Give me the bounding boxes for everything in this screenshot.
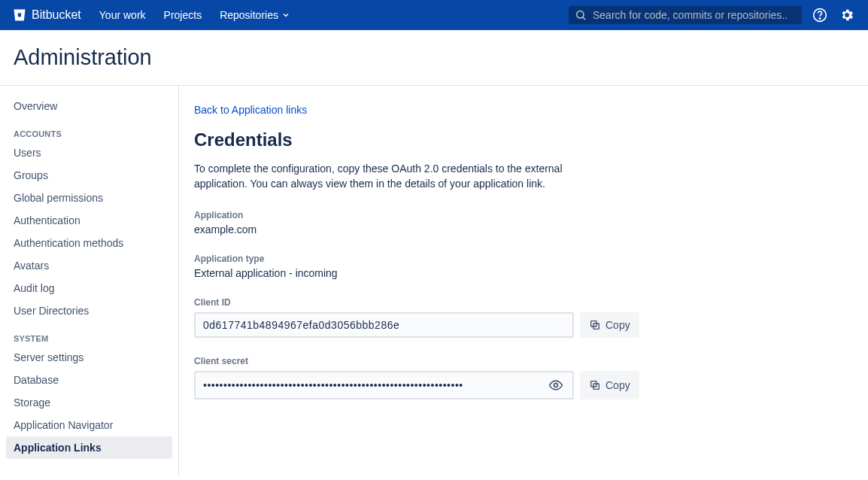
sidebar-item-audit-log[interactable]: Audit log [6, 277, 172, 299]
copy-icon [589, 319, 601, 331]
main-content: Back to Application links Credentials To… [179, 86, 856, 477]
client-secret-field[interactable]: ••••••••••••••••••••••••••••••••••••••••… [194, 371, 574, 399]
svg-point-0 [577, 11, 584, 18]
product-name: Bitbucket [32, 8, 81, 22]
copy-client-secret-button[interactable]: Copy [580, 371, 639, 399]
page-title: Administration [14, 45, 854, 70]
sidebar-item-storage[interactable]: Storage [6, 391, 172, 414]
client-id-label: Client ID [194, 297, 841, 308]
sidebar-item-avatars[interactable]: Avatars [6, 254, 172, 277]
svg-line-1 [583, 17, 585, 20]
settings-button[interactable] [838, 6, 856, 24]
application-label: Application [194, 210, 841, 220]
reveal-secret-button[interactable] [547, 378, 565, 393]
sidebar-item-global-permissions[interactable]: Global permissions [6, 187, 172, 209]
svg-point-6 [554, 383, 558, 387]
client-id-value: 0d617741b4894967efa0d3056bbb286e [203, 319, 399, 331]
client-secret-label: Client secret [194, 356, 841, 366]
application-value: example.com [194, 223, 841, 235]
application-type-value: External application - incoming [194, 267, 841, 279]
page-header: Administration [0, 30, 868, 86]
credentials-description: To complete the configuration, copy thes… [194, 161, 615, 192]
bitbucket-icon [12, 8, 27, 23]
sidebar: OverviewACCOUNTSUsersGroupsGlobal permis… [0, 86, 179, 477]
nav-projects[interactable]: Projects [164, 9, 202, 21]
sidebar-item-application-links[interactable]: Application Links [6, 436, 172, 459]
help-button[interactable] [811, 6, 829, 24]
chevron-down-icon [281, 11, 290, 20]
sidebar-item-authentication-methods[interactable]: Authentication methods [6, 232, 172, 254]
back-link[interactable]: Back to Application links [194, 104, 307, 116]
client-id-field[interactable]: 0d617741b4894967efa0d3056bbb286e [194, 312, 574, 338]
sidebar-item-database[interactable]: Database [6, 369, 172, 391]
search-box[interactable] [569, 6, 802, 24]
sidebar-item-user-directories[interactable]: User Directories [6, 299, 172, 322]
client-secret-value: ••••••••••••••••••••••••••••••••••••••••… [203, 379, 463, 391]
product-logo[interactable]: Bitbucket [12, 8, 81, 23]
application-type-label: Application type [194, 254, 841, 264]
sidebar-section-system: SYSTEM [6, 322, 172, 346]
sidebar-item-groups[interactable]: Groups [6, 164, 172, 187]
sidebar-item-overview[interactable]: Overview [6, 95, 172, 117]
top-nav: Bitbucket Your work Projects Repositorie… [0, 0, 868, 30]
nav-repositories[interactable]: Repositories [220, 9, 290, 21]
copy-icon [589, 379, 601, 391]
sidebar-section-accounts: ACCOUNTS [6, 117, 172, 141]
nav-right [569, 6, 856, 24]
search-input[interactable] [593, 9, 796, 21]
copy-client-id-button[interactable]: Copy [580, 312, 639, 338]
nav-links: Your work Projects Repositories [99, 9, 569, 21]
nav-your-work[interactable]: Your work [99, 9, 146, 21]
sidebar-item-authentication[interactable]: Authentication [6, 209, 172, 232]
sidebar-item-server-settings[interactable]: Server settings [6, 346, 172, 369]
svg-point-3 [819, 18, 820, 19]
sidebar-item-application-navigator[interactable]: Application Navigator [6, 414, 172, 436]
sidebar-item-users[interactable]: Users [6, 141, 172, 164]
search-icon [575, 9, 587, 21]
credentials-heading: Credentials [194, 129, 841, 150]
